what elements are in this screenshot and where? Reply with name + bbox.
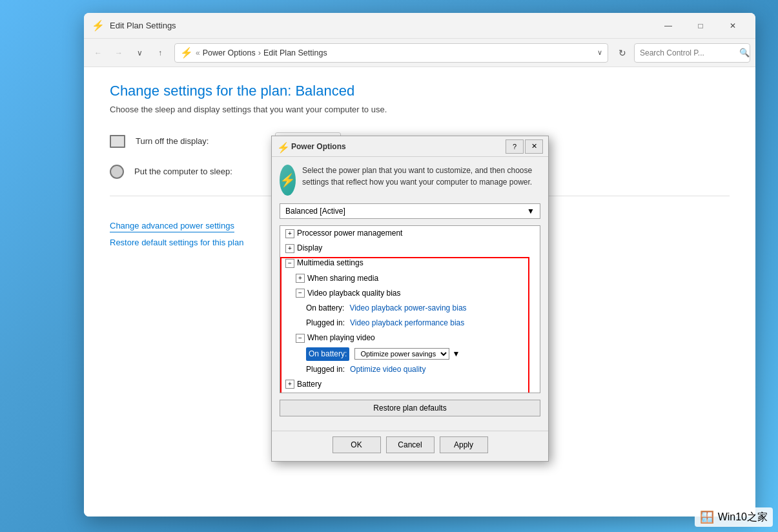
watermark: 🪟 Win10之家 — [695, 507, 773, 527]
breadcrumb-separator: « — [196, 48, 200, 57]
plan-dropdown-arrow: ▼ — [527, 207, 535, 216]
dialog-title-buttons: ? ✕ — [506, 139, 543, 154]
address-path[interactable]: ⚡ « Power Options › Edit Plan Settings ∨ — [174, 43, 608, 63]
plugged-video-link[interactable]: Optimize video quality — [350, 363, 425, 376]
close-button[interactable]: ✕ — [718, 15, 748, 36]
forward-button[interactable]: → — [110, 44, 128, 62]
power-icon: ⚡ — [280, 165, 296, 196]
title-bar: ⚡ Edit Plan Settings — □ ✕ — [84, 13, 755, 39]
dialog-help-button[interactable]: ? — [506, 139, 524, 154]
watermark-logo-icon: 🪟 — [700, 510, 714, 524]
dropdown-button[interactable]: ∨ — [130, 44, 148, 62]
restore-default-button[interactable]: Restore default settings for this plan — [110, 238, 243, 247]
display-icon — [110, 135, 125, 148]
tree-item-video-quality[interactable]: − Video playback quality bias — [280, 286, 540, 301]
on-battery-quality-link[interactable]: Video playback power-saving bias — [349, 302, 466, 314]
dialog-content: ⚡ Select the power plan that you want to… — [272, 157, 548, 431]
page-subtitle: Choose the sleep and display settings th… — [110, 105, 730, 114]
plan-dropdown-container: Balanced [Active] ▼ — [280, 203, 540, 219]
dialog-title: Power Options — [291, 142, 506, 151]
page-title: Change settings for the plan: Balanced — [110, 83, 730, 99]
cancel-button[interactable]: Cancel — [386, 436, 435, 453]
search-icon: 🔍 — [739, 48, 750, 57]
plugged-quality-link[interactable]: Video playback performance bias — [350, 317, 464, 329]
tree-item-sharing[interactable]: + When sharing media — [280, 271, 540, 286]
window-icon: ⚡ — [92, 19, 105, 32]
tree-item-plugged-quality[interactable]: Plugged in: Video playback performance b… — [280, 316, 540, 331]
dialog-footer: OK Cancel Apply — [272, 431, 548, 461]
breadcrumb-arrow: › — [258, 48, 261, 57]
minimize-button[interactable]: — — [653, 15, 683, 36]
on-battery-video-label: On battery: — [306, 347, 349, 361]
search-input[interactable] — [640, 48, 737, 57]
playing-video-label: When playing video — [307, 332, 375, 344]
breadcrumb-current: Edit Plan Settings — [263, 48, 327, 57]
dialog-title-bar: ⚡ Power Options ? ✕ — [272, 136, 548, 157]
breadcrumb-icon: ⚡ — [180, 46, 193, 59]
refresh-button[interactable]: ↻ — [613, 44, 631, 62]
expand-processor[interactable]: + — [285, 229, 294, 238]
on-battery-quality-label: On battery: — [306, 302, 344, 314]
tree-item-battery[interactable]: + Battery — [280, 377, 540, 392]
tree-item-playing-video[interactable]: − When playing video — [280, 331, 540, 345]
title-bar-controls: — □ ✕ — [653, 15, 748, 36]
plan-dropdown-value: Balanced [Active] — [285, 207, 345, 216]
tree-item-processor[interactable]: + Processor power management — [280, 226, 540, 241]
expand-playing-video[interactable]: − — [296, 334, 305, 343]
expand-battery[interactable]: + — [285, 380, 294, 389]
display-label: Turn off the display: — [136, 136, 265, 146]
up-button[interactable]: ↑ — [151, 44, 169, 62]
back-button[interactable]: ← — [89, 44, 107, 62]
expand-display[interactable]: + — [285, 244, 294, 253]
display-tree-label: Display — [297, 242, 322, 254]
restore-plan-button[interactable]: Restore plan defaults — [280, 400, 540, 416]
tree-item-on-battery-video[interactable]: On battery: Optimize power savings Optim… — [280, 346, 540, 362]
window-title: Edit Plan Settings — [110, 21, 653, 30]
video-quality-label: Video playback quality bias — [307, 287, 401, 300]
dropdown-arrow-icon: ▼ — [452, 348, 460, 360]
breadcrumb-root[interactable]: Power Options — [203, 48, 256, 57]
dialog-header: ⚡ Select the power plan that you want to… — [280, 165, 540, 196]
tree-item-plugged-video[interactable]: Plugged in: Optimize video quality — [280, 362, 540, 377]
ok-button[interactable]: OK — [333, 436, 381, 453]
plugged-quality-label: Plugged in: — [306, 317, 345, 329]
expand-multimedia[interactable]: − — [285, 259, 294, 268]
battery-label: Battery — [297, 378, 322, 391]
plugged-video-label: Plugged in: — [306, 363, 345, 376]
multimedia-label: Multimedia settings — [297, 257, 363, 269]
address-chevron-icon[interactable]: ∨ — [597, 48, 602, 57]
apply-button[interactable]: Apply — [440, 436, 488, 453]
expand-video-quality[interactable]: − — [296, 289, 305, 298]
sleep-label: Put the computer to sleep: — [134, 167, 263, 176]
address-bar: ← → ∨ ↑ ⚡ « Power Options › Edit Plan Se… — [84, 39, 755, 67]
processor-label: Processor power management — [297, 227, 402, 240]
settings-tree[interactable]: + Processor power management + Display −… — [280, 225, 540, 393]
dialog-icon: ⚡ — [277, 141, 287, 152]
watermark-text: Win10之家 — [718, 511, 768, 524]
search-box: 🔍 — [634, 43, 750, 63]
sharing-label: When sharing media — [307, 272, 378, 285]
maximize-button[interactable]: □ — [686, 15, 715, 36]
on-battery-video-dropdown[interactable]: Optimize power savings Optimize video qu… — [354, 348, 449, 360]
dialog-close-button[interactable]: ✕ — [525, 139, 543, 154]
tree-item-on-battery-quality[interactable]: On battery: Video playback power-saving … — [280, 301, 540, 316]
tree-item-multimedia[interactable]: − Multimedia settings — [280, 256, 540, 271]
plan-dropdown[interactable]: Balanced [Active] ▼ — [280, 203, 540, 219]
sleep-icon — [110, 165, 124, 179]
expand-sharing[interactable]: + — [296, 274, 305, 283]
change-advanced-button[interactable]: Change advanced power settings — [110, 220, 234, 232]
power-options-dialog: ⚡ Power Options ? ✕ ⚡ Select the power p… — [271, 136, 549, 462]
dialog-description: Select the power plan that you want to c… — [302, 165, 540, 188]
tree-item-display[interactable]: + Display — [280, 241, 540, 256]
